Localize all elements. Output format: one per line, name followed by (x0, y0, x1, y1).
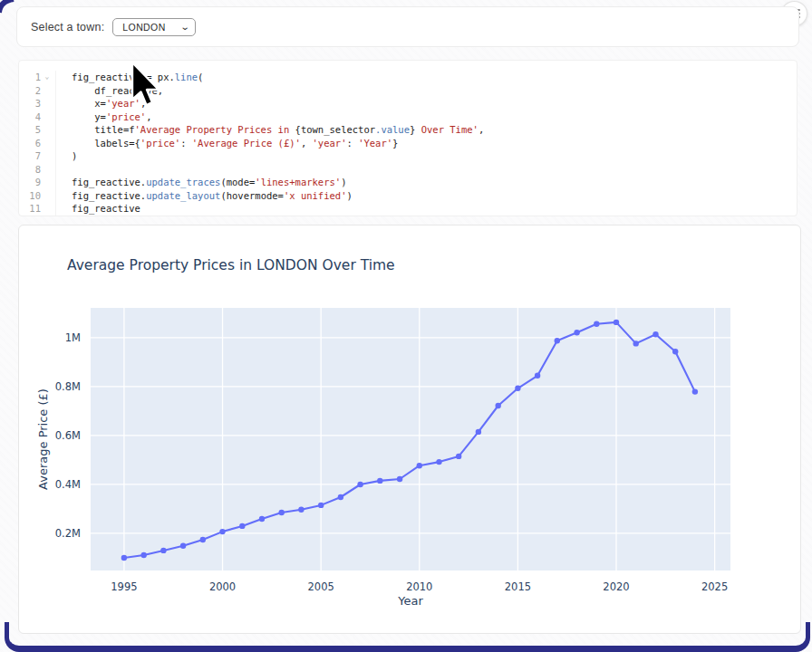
y-tick-label: 0.2M (55, 527, 81, 540)
widget-bar: Select a town: LONDON ⌄ (16, 6, 799, 47)
code-line[interactable]: 8 (19, 163, 797, 177)
y-tick-label: 0.8M (55, 380, 81, 393)
fold-spacer (41, 84, 53, 98)
line-number-gutter: 3 (19, 97, 56, 110)
code-line[interactable]: 6 labels={'price': 'Average Price (£)', … (19, 137, 797, 150)
line-number-gutter: 5 (19, 123, 56, 137)
code-line[interactable]: 5 title=f'Average Property Prices in {to… (19, 123, 797, 137)
data-point-marker[interactable] (515, 386, 520, 391)
code-line[interactable]: 9fig_reactive.update_traces(mode='lines+… (19, 176, 797, 189)
fold-spacer (41, 149, 53, 163)
code-line[interactable]: 7) (19, 149, 797, 163)
y-tick-label: 0.4M (55, 478, 81, 491)
line-number-gutter: 10 (19, 189, 56, 203)
data-point-marker[interactable] (357, 482, 362, 487)
fold-spacer (41, 163, 53, 177)
x-tick-label: 2015 (505, 580, 531, 593)
code-text (56, 163, 72, 177)
fold-spacer (41, 97, 53, 110)
data-point-marker[interactable] (121, 555, 127, 561)
town-selector[interactable]: LONDON ⌄ (112, 18, 196, 36)
data-point-marker[interactable] (298, 507, 304, 513)
line-number-gutter: 9 (19, 176, 56, 189)
y-axis-title: Average Price (£) (36, 388, 50, 490)
data-point-marker[interactable] (219, 529, 225, 534)
code-line[interactable]: 11fig_reactive (19, 202, 797, 216)
line-number-gutter: 1⌄ (19, 71, 56, 84)
code-text: fig_reactive.update_traces(mode='lines+m… (56, 176, 346, 189)
data-point-marker[interactable] (614, 320, 619, 325)
data-point-marker[interactable] (555, 338, 560, 343)
code-text: labels={'price': 'Average Price (£)', 'y… (56, 137, 398, 150)
x-tick-label: 2025 (701, 580, 728, 593)
plotly-chart[interactable]: 0.2M0.4M0.6M0.8M1M1995200020052010201520… (19, 225, 800, 633)
app-page: Select a town: LONDON ⌄ 1⌄fig_reactive =… (0, 0, 812, 652)
code-line[interactable]: 4 y='price', (19, 110, 797, 124)
chevron-down-icon: ⌄ (179, 23, 189, 32)
data-point-marker[interactable] (652, 331, 658, 337)
code-text: x='year', (56, 97, 146, 110)
line-number-gutter: 4 (19, 110, 56, 124)
data-point-marker[interactable] (259, 516, 265, 522)
code-text: fig_reactive (56, 202, 140, 216)
code-line[interactable]: 3 x='year', (19, 97, 797, 110)
fold-spacer (41, 189, 53, 203)
data-point-marker[interactable] (672, 349, 678, 354)
fold-spacer (41, 137, 53, 150)
data-point-marker[interactable] (417, 463, 422, 468)
y-tick-label: 0.6M (55, 429, 81, 442)
data-point-marker[interactable] (160, 548, 166, 553)
line-number-gutter: 11 (19, 202, 56, 216)
data-point-marker[interactable] (397, 476, 402, 482)
y-tick-label: 1M (65, 331, 81, 344)
x-tick-label: 2010 (406, 580, 432, 593)
code-text: ) (56, 149, 77, 163)
code-line[interactable]: 2 df_reactive, (19, 84, 797, 98)
data-point-marker[interactable] (239, 523, 245, 529)
fold-spacer (41, 202, 53, 216)
line-number-gutter: 6 (19, 137, 56, 150)
line-number-gutter: 2 (19, 84, 56, 98)
fold-arrow-icon[interactable]: ⌄ (41, 71, 53, 84)
code-line[interactable]: 1⌄fig_reactive = px.line( (19, 71, 797, 84)
code-text: y='price', (56, 110, 152, 124)
town-selector-value: LONDON (122, 22, 165, 33)
data-point-marker[interactable] (141, 552, 147, 558)
data-point-marker[interactable] (318, 503, 324, 508)
chart-output-card: 0.2M0.4M0.6M0.8M1M1995200020052010201520… (18, 225, 801, 634)
data-point-marker[interactable] (180, 543, 186, 549)
x-tick-label: 2020 (603, 580, 629, 593)
data-point-marker[interactable] (338, 494, 343, 500)
data-point-marker[interactable] (200, 537, 206, 542)
code-line[interactable]: 10fig_reactive.update_layout(hovermode='… (19, 189, 797, 203)
data-point-marker[interactable] (436, 459, 441, 465)
fold-spacer (41, 176, 53, 189)
x-axis-title: Year (397, 594, 423, 608)
code-text: fig_reactive = px.line( (56, 71, 203, 84)
data-point-marker[interactable] (377, 478, 382, 484)
data-point-marker[interactable] (574, 330, 579, 335)
code-text: title=f'Average Property Prices in {town… (56, 123, 484, 137)
x-tick-label: 1995 (111, 580, 137, 593)
town-select-label: Select a town: (31, 21, 104, 34)
data-point-marker[interactable] (279, 510, 285, 515)
code-text: fig_reactive.update_layout(hovermode='x … (56, 189, 353, 203)
fold-spacer (41, 123, 53, 137)
line-number-gutter: 8 (19, 163, 56, 177)
line-number-gutter: 7 (19, 149, 56, 163)
x-tick-label: 2000 (209, 580, 236, 593)
data-point-marker[interactable] (496, 403, 501, 408)
data-point-marker[interactable] (633, 340, 639, 346)
plot-area[interactable] (91, 308, 730, 570)
x-tick-label: 2005 (308, 580, 334, 593)
data-point-marker[interactable] (476, 429, 481, 435)
code-text: df_reactive, (56, 84, 163, 98)
code-editor[interactable]: 1⌄fig_reactive = px.line(2 df_reactive,3… (18, 60, 798, 216)
data-point-marker[interactable] (456, 454, 461, 459)
data-point-marker[interactable] (594, 321, 599, 327)
data-point-marker[interactable] (692, 388, 698, 394)
fold-spacer (41, 110, 53, 124)
data-point-marker[interactable] (535, 373, 540, 379)
chart-title: Average Property Prices in LONDON Over T… (67, 257, 395, 273)
